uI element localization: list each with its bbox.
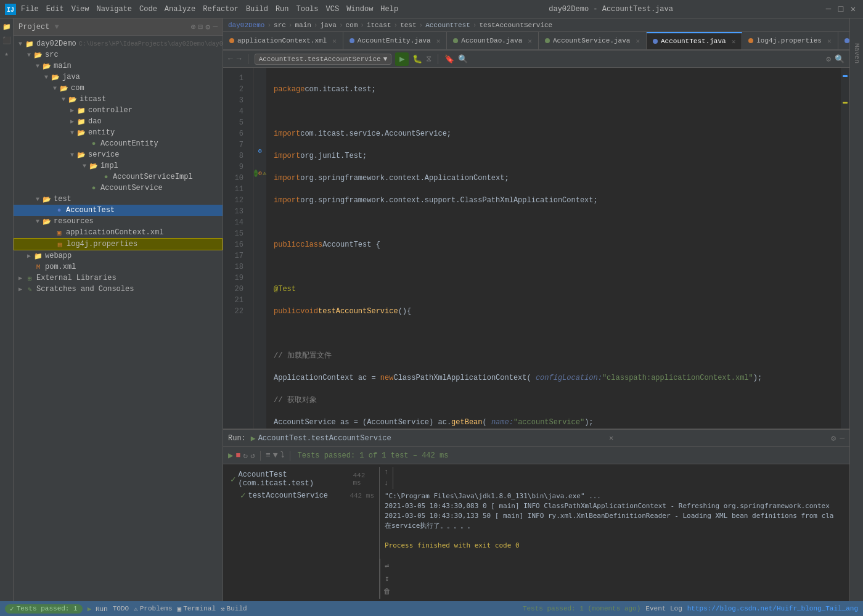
breadcrumb-item[interactable]: main — [295, 22, 311, 29]
debug-button[interactable]: 🐛 — [412, 54, 422, 64]
tree-item-java[interactable]: ▼ 📂 java — [14, 72, 223, 83]
tree-item-resources[interactable]: ▼ 📂 resources — [14, 216, 223, 227]
tree-item-root[interactable]: ▼ 📁 day02Demo C:\Users\HP\IdeaProjects\d… — [14, 38, 223, 49]
rerun-button[interactable]: ↻ — [243, 451, 248, 461]
breadcrumb-item[interactable]: com — [345, 22, 358, 29]
tree-item-account-service[interactable]: ● AccountService — [14, 183, 223, 194]
breadcrumb-item[interactable]: testAccountService — [479, 22, 552, 29]
breadcrumb-item[interactable]: AccountTest — [425, 22, 470, 29]
tree-item-pom-xml[interactable]: M pom.xml — [14, 261, 223, 273]
tree-item-service[interactable]: ▼ 📂 service — [14, 149, 223, 160]
breadcrumb-item[interactable]: src — [274, 22, 286, 29]
menu-build[interactable]: Build — [246, 5, 268, 14]
tests-passed-badge[interactable]: ✓ Tests passed: 1 — [5, 604, 83, 614]
code-content[interactable]: package com.itcast.test; import com.itca… — [266, 68, 841, 429]
tab-close-icon[interactable]: ✕ — [332, 37, 337, 45]
tree-item-account-entity[interactable]: ● AccountEntity — [14, 138, 223, 149]
sort-icon[interactable]: ≡ — [266, 451, 271, 460]
tab-close-icon[interactable]: ✕ — [732, 38, 736, 46]
favorites-icon[interactable]: ★ — [1, 48, 12, 59]
bookmark-gutter-icon[interactable]: ⚙ — [254, 146, 266, 157]
minimize-panel-icon[interactable]: — — [840, 433, 845, 443]
menu-navigate[interactable]: Navigate — [96, 5, 132, 14]
todo-tab-label[interactable]: TODO — [113, 605, 129, 612]
minimize-button[interactable]: ─ — [824, 4, 833, 14]
tab-close-icon[interactable]: ✕ — [528, 37, 532, 45]
menu-tools[interactable]: Tools — [297, 5, 319, 14]
menu-code[interactable]: Code — [139, 5, 157, 14]
export-icon[interactable]: ⤵ — [280, 451, 285, 460]
tab-close-icon[interactable]: ✕ — [827, 37, 832, 45]
menu-file[interactable]: File — [21, 5, 39, 14]
collapse-all-icon[interactable]: ⊟ — [198, 22, 203, 32]
tree-item-entity[interactable]: ▼ 📂 entity — [14, 127, 223, 138]
menu-edit[interactable]: Edit — [46, 5, 64, 14]
back-icon[interactable]: ← — [228, 54, 233, 64]
tree-item-main[interactable]: ▼ 📂 main — [14, 60, 223, 72]
search-everywhere-icon[interactable]: 🔍 — [835, 54, 845, 64]
test-item-test-account-service[interactable]: ✓ testAccountService 442 ms — [228, 489, 377, 502]
tab-acc[interactable]: Acc ✕ — [838, 32, 849, 49]
tree-item-impl[interactable]: ▼ 📂 impl — [14, 160, 223, 171]
find-icon[interactable]: 🔍 — [458, 54, 468, 64]
settings-icon[interactable]: ⚙ — [826, 54, 831, 64]
settings-icon[interactable]: ⚙ — [831, 433, 836, 443]
breadcrumb-item[interactable]: day02Demo — [228, 22, 264, 29]
run-config-dropdown[interactable]: AccountTest.testAccountService ▼ — [255, 54, 392, 65]
tree-item-log4j-properties[interactable]: ▤ log4j.properties — [14, 238, 223, 250]
tab-account-service[interactable]: AccountService.java ✕ — [539, 32, 647, 49]
run-button[interactable]: ▶ — [395, 52, 409, 66]
test-item-account-test[interactable]: ✓ AccountTest (com.itcast.test) 442 ms — [228, 469, 377, 489]
localize-icon[interactable]: ⊕ — [191, 22, 196, 32]
breadcrumb-item[interactable]: test — [400, 22, 416, 29]
menu-window[interactable]: Window — [346, 5, 373, 14]
autoscroll-icon[interactable]: ↧ — [385, 574, 389, 583]
terminal-tab-label[interactable]: ▣ Terminal — [178, 605, 216, 613]
menu-view[interactable]: View — [72, 5, 89, 14]
tree-item-controller[interactable]: ▶ 📁 controller — [14, 105, 223, 116]
panel-minimize-icon[interactable]: — — [213, 22, 218, 32]
tree-item-test-folder[interactable]: ▼ 📂 test — [14, 194, 223, 205]
rerun-failed-button[interactable]: ↺ — [250, 451, 255, 461]
filter-icon[interactable]: ▼ — [273, 451, 278, 460]
tree-item-application-context-xml[interactable]: ▣ applicationContext.xml — [14, 227, 223, 238]
tree-item-account-test[interactable]: ● AccountTest — [14, 205, 223, 216]
wrap-icon[interactable]: ⇌ — [385, 561, 389, 570]
tree-item-external-libraries[interactable]: ▶ ⊞ External Libraries — [14, 273, 223, 284]
maven-panel[interactable]: Maven — [849, 18, 863, 601]
tree-item-scratches[interactable]: ▶ ✎ Scratches and Consoles — [14, 284, 223, 295]
tab-application-context-xml[interactable]: applicationContext.xml ✕ — [223, 32, 343, 49]
maximize-button[interactable]: □ — [836, 4, 846, 14]
clear-icon[interactable]: 🗑 — [383, 587, 391, 596]
event-log-label[interactable]: Event Log — [645, 605, 682, 612]
tab-close-icon[interactable]: ✕ — [636, 37, 640, 45]
close-button[interactable]: ✕ — [848, 4, 858, 14]
scroll-down-icon[interactable]: ↓ — [384, 479, 388, 488]
play-button[interactable]: ▶ — [228, 450, 233, 461]
tab-log4j[interactable]: log4j.properties ✕ — [742, 32, 838, 49]
project-icon[interactable]: 📁 — [1, 21, 12, 32]
tree-item-dao[interactable]: ▶ 📁 dao — [14, 116, 223, 127]
tab-account-dao[interactable]: AccountDao.java ✕ — [447, 32, 539, 49]
breadcrumb-item[interactable]: itcast — [367, 22, 391, 29]
maven-label[interactable]: Maven — [853, 43, 861, 64]
stop-button[interactable]: ■ — [235, 451, 240, 460]
tree-item-itcast[interactable]: ▼ 📂 itcast — [14, 94, 223, 105]
panel-header-icons[interactable]: ⊕ ⊟ ⚙ — — [191, 22, 218, 32]
coverage-button[interactable]: ⧖ — [426, 54, 432, 64]
tree-item-com[interactable]: ▼ 📂 com — [14, 83, 223, 94]
menu-bar[interactable]: File Edit View Navigate Code Analyze Ref… — [21, 5, 398, 14]
settings-icon[interactable]: ⚙ — [205, 22, 210, 32]
structure-icon[interactable]: ⬛ — [1, 35, 12, 46]
tab-close-icon[interactable]: ✕ — [436, 37, 441, 45]
forward-icon[interactable]: → — [237, 54, 242, 64]
menu-vcs[interactable]: VCS — [326, 5, 340, 14]
run-tab-label[interactable]: ▶ Run — [88, 605, 108, 613]
tree-item-src[interactable]: ▼ 📂 src — [14, 49, 223, 60]
run-config-tab[interactable]: ▶ AccountTest.testAccountService — [251, 433, 391, 443]
menu-help[interactable]: Help — [380, 5, 398, 14]
menu-refactor[interactable]: Refactor — [203, 5, 239, 14]
breadcrumb-item[interactable]: java — [320, 22, 336, 29]
csdn-link[interactable]: https://blog.csdn.net/Huifr_blong_Tail_a… — [687, 605, 858, 612]
window-controls[interactable]: ─ □ ✕ — [824, 4, 858, 14]
